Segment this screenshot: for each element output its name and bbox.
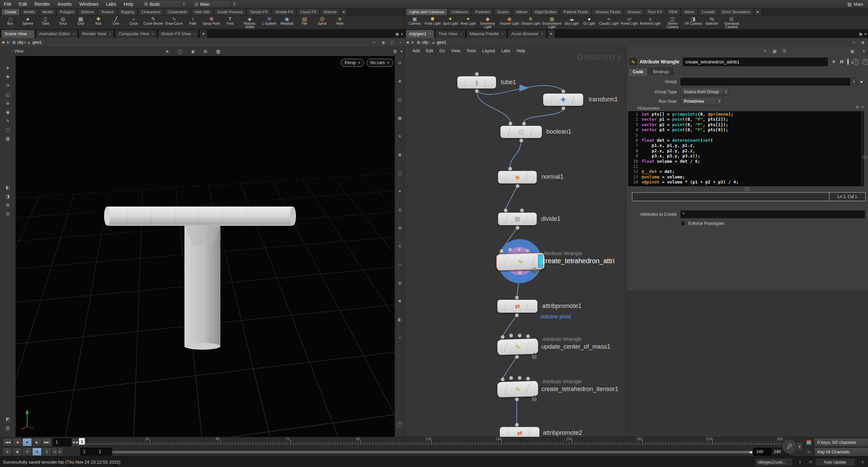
jump-to-start-button[interactable]: |◀◀: [3, 438, 12, 446]
pin-icon[interactable]: ⌲: [852, 40, 855, 45]
shelf-tool-curve-bezier[interactable]: ✎Curve Bezier: [142, 16, 164, 26]
menu-edit[interactable]: Edit: [15, 0, 31, 8]
desktop-switcher[interactable]: ▤ Main: [848, 2, 863, 7]
input-connector[interactable]: [517, 248, 521, 252]
translate-tool-icon[interactable]: ✚: [3, 72, 12, 81]
current-frame-field[interactable]: 1: [53, 438, 72, 446]
chevron-down-icon[interactable]: ▾: [862, 105, 864, 109]
audio-button[interactable]: ◉: [13, 448, 22, 456]
jump-to-end-button[interactable]: ▶▶|: [42, 438, 52, 446]
shelf-tab-polygon[interactable]: Polygon: [57, 8, 78, 15]
network-editor-pane[interactable]: AddEditGoViewToolsLayoutLabsHelp Geometr…: [405, 46, 627, 437]
breadcrumb-obj[interactable]: ▦ obj: [12, 40, 23, 45]
camera-selector[interactable]: No cam ▼: [367, 59, 393, 67]
menu-windows[interactable]: Windows: [76, 0, 102, 8]
spreadsheet-icon[interactable]: ▦: [773, 49, 776, 54]
input-connector[interactable]: [500, 249, 504, 253]
close-icon[interactable]: ×: [29, 32, 32, 36]
keyframe-colors-icon[interactable]: [804, 438, 813, 447]
highlight-icon[interactable]: ✦: [396, 188, 403, 195]
shelf-tool-sphere[interactable]: ●Sphere: [19, 16, 37, 26]
shelf-tool-stereo-camera[interactable]: ◫Stereo Camera: [662, 16, 683, 29]
search-icon[interactable]: [847, 59, 849, 64]
edit-tool-icon[interactable]: ✎: [3, 116, 12, 125]
zoom-view-icon[interactable]: ◱: [396, 96, 403, 103]
secure-selection-icon[interactable]: ➤: [165, 49, 169, 54]
shelf-tab-hair-utils[interactable]: Hair Utils: [191, 8, 214, 15]
shelf-tool-distant-light[interactable]: ✳Distant Light: [520, 16, 541, 26]
shelf-tool-l-system[interactable]: ΨL-System: [260, 16, 278, 26]
input-connector[interactable]: [515, 296, 519, 299]
resize-handle[interactable]: [862, 155, 867, 159]
normals-display-icon[interactable]: ◎: [396, 206, 403, 213]
persp-view-icon[interactable]: ⟳: [396, 59, 403, 67]
input-connector[interactable]: [526, 334, 530, 338]
shelf-tool-point-light[interactable]: ✺Point Light: [423, 16, 441, 26]
channel-wave-icon[interactable]: ∿: [804, 448, 813, 456]
chevron-down-icon[interactable]: ▾: [400, 49, 402, 54]
shelf-tab-fem[interactable]: FEM: [666, 8, 681, 15]
points-display-icon[interactable]: ⊞: [396, 224, 403, 232]
group-input[interactable]: [680, 78, 850, 85]
close-icon[interactable]: ×: [109, 32, 111, 36]
shelf-tool-switcher[interactable]: ⇆Switcher: [703, 16, 721, 26]
pane-tab-motion-fx-view[interactable]: Motion FX View×: [158, 30, 199, 38]
node-create_tetrahedron_itensor1[interactable]: ∿: [497, 381, 538, 397]
input-connector[interactable]: [526, 249, 529, 253]
left-panel-icon[interactable]: ◧: [396, 316, 403, 323]
close-icon[interactable]: ×: [460, 32, 462, 36]
shelf-tool-camera[interactable]: ▣Camera: [406, 16, 423, 26]
shelf-tool-metaball[interactable]: ◉Metaball: [278, 16, 296, 26]
pane-list-icon[interactable]: ▤: [393, 49, 397, 54]
key-all-channels-dropdown[interactable]: Key All Channels ▲▼: [814, 448, 868, 456]
tab-code[interactable]: Code: [628, 68, 648, 76]
shelf-tab-terrain-fx[interactable]: Terrain FX: [246, 8, 271, 15]
back-icon[interactable]: ◀: [1, 40, 4, 44]
input-connector[interactable]: [515, 423, 519, 427]
options-list-icon[interactable]: ≡: [396, 242, 403, 250]
shelf-tool-environment-light[interactable]: ◍Environment Light: [541, 16, 563, 29]
multi-snap-icon[interactable]: ⊟: [3, 209, 12, 218]
snap-toggle-icon[interactable]: ⊞: [204, 49, 208, 54]
forward-icon[interactable]: ▶: [411, 40, 414, 44]
pan-view-icon[interactable]: ✚: [396, 78, 403, 85]
shelf-tool-helix[interactable]: ≋Helix: [331, 16, 349, 26]
shelf-tool-geometry-light[interactable]: ◆Geometry Light: [477, 16, 498, 29]
shelf-tool-gamepad-camera[interactable]: ⊟Gamepad Camera: [721, 16, 743, 29]
breadcrumb-geo1[interactable]: ▲ geo1: [27, 40, 42, 45]
node-normal1[interactable]: ◆: [498, 171, 537, 183]
breadcrumb-obj[interactable]: ▦ obj: [417, 40, 428, 45]
snap-grid-icon[interactable]: ◧: [3, 183, 12, 192]
input-connector[interactable]: [501, 377, 505, 381]
select-objects-icon[interactable]: ◉: [191, 49, 195, 54]
shelf-tool-tube[interactable]: ▯Tube: [37, 16, 54, 26]
spinner-icon[interactable]: ▲▼: [231, 1, 237, 7]
shelf-tab-collisions[interactable]: Collisions: [448, 8, 471, 15]
shelf-tab-vellum[interactable]: Vellum: [512, 8, 531, 15]
shelf-tab-crowds[interactable]: Crowds: [698, 8, 718, 15]
node-boolean1[interactable]: ◫: [500, 126, 542, 138]
shelf-tab-lights-and-cameras[interactable]: Lights and Cameras: [406, 8, 448, 15]
shelf-tab-model[interactable]: Model: [39, 8, 56, 15]
step-back-button[interactable]: ◀: [13, 438, 22, 446]
node-transform1[interactable]: ✚: [543, 94, 583, 106]
info-icon[interactable]: i: [853, 59, 859, 65]
input-connector[interactable]: [508, 167, 512, 171]
shelf-tool-portal-light[interactable]: ▱Portal Light: [620, 16, 639, 26]
tools-icon[interactable]: ✎: [763, 49, 767, 54]
stop-button[interactable]: ■: [22, 438, 32, 446]
shelf-tool-torus[interactable]: ◎Torus: [54, 16, 72, 26]
grid-toggle-icon[interactable]: ▦: [216, 49, 220, 54]
close-icon[interactable]: ×: [194, 32, 196, 36]
output-connector[interactable]: [515, 355, 519, 359]
menu-help[interactable]: Help: [120, 0, 137, 8]
shelf-tool-gi-light[interactable]: ●GI Light: [580, 16, 598, 26]
play-button[interactable]: ▶: [32, 438, 42, 446]
close-icon[interactable]: ×: [502, 32, 504, 36]
viewport-help-icon[interactable]: ?: [397, 421, 403, 427]
context-path-selector[interactable]: /obj/geo1/solv...: [755, 458, 792, 466]
input-connector[interactable]: [518, 376, 521, 380]
close-icon[interactable]: ×: [541, 32, 543, 36]
projection-selector[interactable]: Persp ▼: [341, 59, 364, 67]
shelf-tab-characters[interactable]: Characters: [138, 8, 164, 15]
